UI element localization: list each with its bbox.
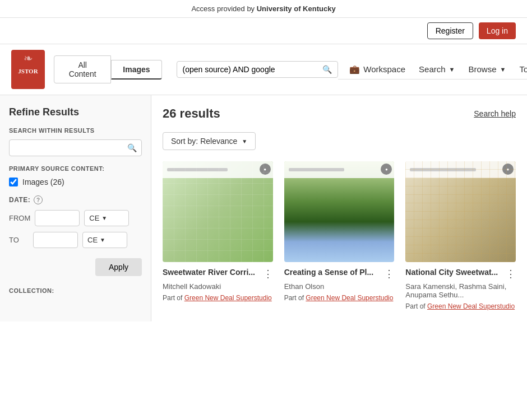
date-to-input[interactable] <box>33 232 78 248</box>
workspace-label: Workspace <box>363 64 405 74</box>
card-part-creating: Part of Green New Deal Superstudio <box>284 294 395 302</box>
main-search-input[interactable] <box>183 65 323 74</box>
search-within-label: SEARCH WITHIN RESULTS <box>9 127 142 134</box>
workspace-nav[interactable]: 💼 Workspace <box>349 64 405 74</box>
card-title-row-national: National City Sweetwat... ⋮ <box>405 268 516 280</box>
from-era-chevron-icon: ▼ <box>101 215 107 221</box>
to-label: TO <box>9 236 29 244</box>
card-title-sweetwater: Sweetwater River Corri... <box>163 268 261 277</box>
access-banner: Access provided by University of Kentuck… <box>0 0 527 18</box>
search-icon[interactable]: 🔍 <box>322 65 332 74</box>
to-era-chevron-icon: ▼ <box>100 237 105 243</box>
header: JSTOR ❧ All Content Images 🔍 💼 Workspace… <box>0 44 527 95</box>
card-image-sweetwater: ● <box>163 161 273 262</box>
date-help-icon[interactable]: ? <box>34 195 43 204</box>
card-title-creating: Creating a Sense of Pl... <box>284 268 382 277</box>
register-button[interactable]: Register <box>427 22 473 39</box>
from-label: FROM <box>9 214 30 222</box>
sort-dropdown[interactable]: Sort by: Relevance ▼ <box>163 132 256 150</box>
tab-images[interactable]: Images <box>111 60 161 80</box>
search-help-link[interactable]: Search help <box>474 109 516 118</box>
workspace-icon: 💼 <box>349 64 360 74</box>
card-title-row-sweetwater: Sweetwater River Corri... ⋮ <box>163 268 273 280</box>
card-title-row-creating: Creating a Sense of Pl... ⋮ <box>284 268 395 280</box>
card-menu-national[interactable]: ⋮ <box>506 268 516 280</box>
overlay-line-1 <box>167 168 228 171</box>
card-menu-sweetwater[interactable]: ⋮ <box>263 268 273 280</box>
main-search-box[interactable]: 🔍 <box>177 61 339 78</box>
card-author-national: Sara Kamenski, Rashma Saini, Anupama Set… <box>405 282 516 299</box>
tools-nav[interactable]: Tools ▼ <box>519 64 527 74</box>
browse-label: Browse <box>468 64 496 74</box>
card-overlay-creating <box>284 161 395 178</box>
jstor-logo[interactable]: JSTOR ❧ <box>11 50 45 89</box>
card-overlay-national <box>405 161 516 178</box>
card-image-national: ● <box>405 161 516 262</box>
main-layout: Refine Results SEARCH WITHIN RESULTS 🔍 P… <box>0 95 527 321</box>
tools-label: Tools <box>519 64 527 74</box>
content-type-tabs: All Content Images <box>54 55 162 83</box>
to-era-value: CE <box>87 236 98 244</box>
card-image-creating: ● <box>284 161 395 262</box>
content-area: 26 results Search help Sort by: Relevanc… <box>151 95 527 321</box>
sidebar-title: Refine Results <box>9 106 142 118</box>
results-grid: ● Sweetwater River Corri... ⋮ Mitchell K… <box>163 161 516 310</box>
card-part-sweetwater: Part of Green New Deal Superstudio <box>163 294 273 302</box>
to-era-select[interactable]: CE ▼ <box>82 232 127 248</box>
date-to-row: TO CE ▼ <box>9 232 142 248</box>
browse-nav[interactable]: Browse ▼ <box>468 64 506 74</box>
login-button[interactable]: Log in <box>479 22 516 39</box>
svg-text:❧: ❧ <box>24 52 33 64</box>
sort-label: Sort by: Relevance <box>171 137 237 146</box>
date-label: DATE: ? <box>9 195 142 204</box>
card-author-sweetwater: Mitchell Kadowaki <box>163 282 273 291</box>
card-part-national: Part of Green New Deal Superstudio <box>405 302 516 310</box>
search-within-icon[interactable]: 🔍 <box>127 143 137 152</box>
search-nav-label: Search <box>419 64 446 74</box>
images-checkbox-item: Images (26) <box>9 178 142 186</box>
collection-label: COLLECTION: <box>9 287 142 294</box>
sort-bar: Sort by: Relevance ▼ <box>163 132 516 150</box>
header-left: JSTOR ❧ All Content Images 🔍 <box>11 50 338 89</box>
images-checkbox[interactable] <box>9 178 18 186</box>
card-collection-link-national[interactable]: Green New Deal Superstudio <box>427 302 515 310</box>
card-overlay-sweetwater <box>163 161 273 178</box>
from-era-value: CE <box>89 214 99 222</box>
sidebar: Refine Results SEARCH WITHIN RESULTS 🔍 P… <box>0 95 151 321</box>
overlay-line-2 <box>289 168 344 171</box>
banner-text: Access provided by <box>191 4 256 13</box>
results-count: 26 results <box>163 106 220 121</box>
date-section: DATE: ? FROM CE ▼ TO CE ▼ Apply <box>9 195 142 248</box>
result-card-sweetwater[interactable]: ● Sweetwater River Corri... ⋮ Mitchell K… <box>163 161 273 310</box>
date-from-row: FROM CE ▼ <box>9 210 142 226</box>
search-nav[interactable]: Search ▼ <box>419 64 455 74</box>
tab-all-content[interactable]: All Content <box>54 55 111 83</box>
card-title-national: National City Sweetwat... <box>405 268 503 277</box>
search-chevron-icon: ▼ <box>449 66 455 73</box>
search-within-input[interactable] <box>14 144 127 152</box>
from-era-select[interactable]: CE ▼ <box>84 210 129 226</box>
apply-button[interactable]: Apply <box>95 258 142 276</box>
banner-institution: University of Kentucky <box>257 4 336 13</box>
date-from-input[interactable] <box>35 210 80 226</box>
sort-chevron-icon: ▼ <box>242 138 247 144</box>
secondary-nav: 💼 Workspace Search ▼ Browse ▼ Tools ▼ <box>338 60 527 80</box>
images-checkbox-label[interactable]: Images (26) <box>22 178 64 186</box>
overlay-line-3 <box>410 168 475 171</box>
card-collection-link-creating[interactable]: Green New Deal Superstudio <box>306 294 393 302</box>
card-logo-national: ● <box>502 164 514 175</box>
card-collection-link-sweetwater[interactable]: Green New Deal Superstudio <box>184 294 272 302</box>
browse-chevron-icon: ▼ <box>500 66 506 73</box>
primary-source-label: PRIMARY SOURCE CONTENT: <box>9 165 142 172</box>
card-menu-creating[interactable]: ⋮ <box>384 268 394 280</box>
svg-text:JSTOR: JSTOR <box>18 68 38 74</box>
content-header: 26 results Search help <box>163 106 516 121</box>
card-logo-sweetwater: ● <box>260 164 271 175</box>
result-card-national[interactable]: ● National City Sweetwat... ⋮ Sara Kamen… <box>405 161 516 310</box>
card-author-creating: Ethan Olson <box>284 282 395 291</box>
search-within-box[interactable]: 🔍 <box>9 139 142 156</box>
result-card-creating[interactable]: ● Creating a Sense of Pl... ⋮ Ethan Olso… <box>284 161 395 310</box>
